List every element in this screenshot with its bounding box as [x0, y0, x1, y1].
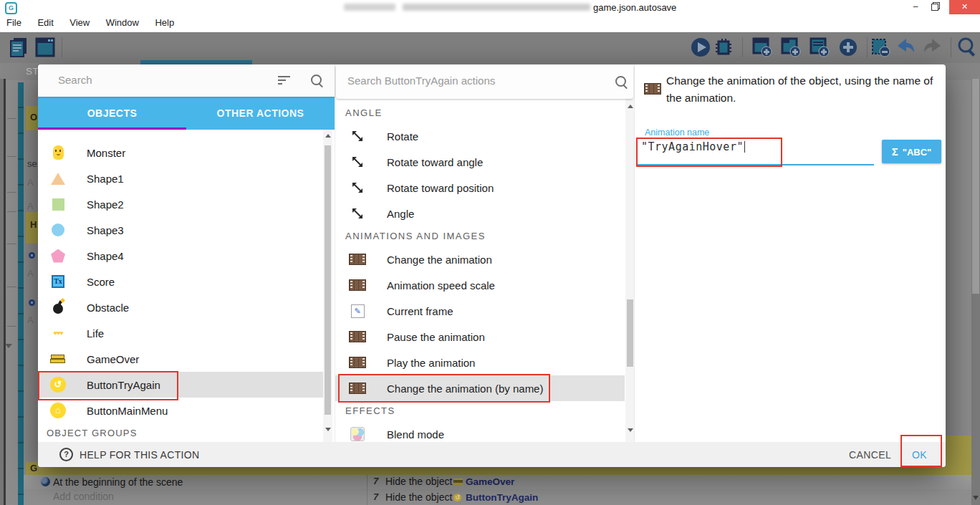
condition-action-divider	[367, 475, 368, 505]
project-manager-icon[interactable]	[9, 37, 30, 58]
animation-name-input[interactable]: "TryAgainHover"	[641, 140, 745, 153]
add-icon[interactable]	[837, 37, 859, 58]
close-button[interactable]: ✕	[949, 0, 980, 14]
delete-icon[interactable]	[870, 37, 891, 58]
dialog-tabs: OBJECTS OTHER ACTIONS	[38, 97, 335, 130]
tree-tick	[7, 211, 16, 212]
object-row-buttontryagain[interactable]: ↺ButtonTryAgain	[38, 372, 323, 398]
add-subevent-icon[interactable]	[780, 37, 802, 58]
film-icon	[349, 331, 366, 342]
menu-file[interactable]: File	[0, 14, 28, 32]
toolbar-separator	[62, 37, 62, 57]
object-row-life[interactable]: ♥♥♥Life	[38, 320, 323, 346]
scroll-down-arrow[interactable]	[628, 428, 633, 432]
action-row-change-animation[interactable]: Change the animation	[335, 246, 625, 272]
redo-icon[interactable]	[922, 37, 943, 58]
section-header-effects: EFFECTS	[335, 401, 635, 421]
event-text-fragment: A	[27, 268, 34, 279]
action-text: Hide the object	[385, 476, 452, 487]
restore-button[interactable]	[926, 0, 943, 14]
gameover-object-icon	[453, 478, 463, 485]
action-object-name: GameOver	[466, 476, 514, 487]
object-search-field[interactable]: Search	[38, 64, 335, 97]
action-row-animation-speed[interactable]: Animation speed scale	[335, 272, 625, 298]
action-row-current-frame[interactable]: ✎Current frame	[335, 298, 625, 324]
action-row-angle[interactable]: Angle	[335, 201, 625, 226]
action-row-rotate-toward-angle[interactable]: Rotate toward angle	[335, 149, 625, 175]
scroll-up-arrow[interactable]	[325, 134, 331, 138]
menu-edit[interactable]: Edit	[31, 14, 59, 32]
gameover-icon	[49, 350, 67, 367]
object-row-obstacle[interactable]: Obstacle	[38, 294, 323, 320]
object-row-gameover[interactable]: GameOver	[38, 346, 323, 372]
scroll-down-arrow[interactable]	[973, 496, 979, 500]
retry-button-icon: ↺	[49, 376, 67, 393]
debug-icon[interactable]	[713, 37, 734, 58]
add-condition-link: Add condition	[53, 491, 114, 502]
menu-window[interactable]: Window	[100, 14, 145, 32]
scroll-down-arrow[interactable]	[325, 428, 331, 431]
tree-tick	[7, 244, 16, 244]
events-panel-border	[4, 79, 6, 505]
action-row-play-animation[interactable]: Play the animation	[335, 350, 625, 375]
action-row-rotate-toward-position[interactable]: Rotate toward position	[335, 175, 625, 201]
expression-editor-button[interactable]: Σ"ABC"	[882, 140, 941, 163]
scene-window-icon[interactable]	[34, 37, 56, 58]
home-button-icon: ⌂	[49, 402, 67, 419]
menu-help[interactable]: Help	[148, 14, 181, 32]
play-icon[interactable]	[690, 37, 711, 58]
add-event-icon[interactable]	[751, 37, 773, 58]
objects-panel: Search OBJECTS OTHER ACTIONS Monster Sha…	[38, 64, 335, 442]
object-search-placeholder: Search	[58, 74, 92, 86]
objects-scrollbar-thumb[interactable]	[325, 145, 331, 415]
object-row-shape4[interactable]: Shape4	[38, 243, 323, 269]
scroll-up-arrow[interactable]	[628, 105, 633, 108]
rotate-icon	[349, 155, 366, 169]
action-search-field[interactable]: Search ButtonTryAgain actions	[336, 64, 633, 99]
object-row-buttonmainmenu[interactable]: ⌂ButtonMainMenu	[38, 398, 323, 423]
tree-tick	[7, 326, 16, 327]
action-row-pause-animation[interactable]: Pause the animation	[335, 324, 625, 350]
action-row-rotate[interactable]: Rotate	[335, 123, 625, 149]
event-text-fragment: A	[27, 201, 34, 211]
tree-collapse-caret[interactable]	[5, 344, 12, 348]
tab-other-actions[interactable]: OTHER ACTIONS	[186, 97, 335, 130]
actions-scrollbar-thumb[interactable]	[627, 299, 633, 367]
object-row-shape1[interactable]: Shape1	[38, 165, 323, 191]
event-text-fragment: A	[27, 314, 34, 325]
object-row-shape3[interactable]: Shape3	[38, 217, 323, 243]
section-header-angle: ANGLE	[335, 103, 635, 123]
action-search-placeholder: Search ButtonTryAgain actions	[347, 74, 495, 87]
ok-button[interactable]: OK	[912, 449, 927, 461]
bomb-icon	[49, 299, 67, 316]
action-row-blend-mode[interactable]: Blend mode	[335, 421, 625, 442]
minimize-button[interactable]: –	[907, 0, 924, 14]
title-bar: G game.json.autosave – ✕	[0, 0, 980, 14]
events-scrollbar-thumb[interactable]	[972, 79, 979, 294]
action-row-change-animation-by-name[interactable]: Change the animation (by name)	[335, 375, 625, 401]
object-row-shape2[interactable]: Shape2	[38, 191, 323, 217]
objects-scrollbar[interactable]	[323, 130, 332, 442]
help-link[interactable]: HELP FOR THIS ACTION	[80, 449, 199, 461]
behavior-icon	[29, 299, 35, 306]
circle-icon	[49, 221, 67, 239]
blend-mode-icon	[349, 427, 366, 441]
object-row-monster[interactable]: Monster	[38, 140, 323, 165]
search-icon	[615, 76, 626, 87]
triangle-icon	[49, 170, 67, 187]
scene-begin-icon	[41, 477, 50, 486]
cancel-button[interactable]: CANCEL	[849, 449, 891, 461]
tab-objects[interactable]: OBJECTS	[38, 97, 186, 130]
help-icon: ?	[59, 448, 73, 461]
undo-icon[interactable]	[895, 37, 916, 58]
add-comment-icon[interactable]	[809, 37, 830, 58]
object-row-score[interactable]: TxScore	[38, 269, 323, 294]
search-toolbar-icon[interactable]	[956, 37, 978, 58]
hearts-icon: ♥♥♥	[49, 324, 67, 342]
menu-bar: File Edit View Window Help	[0, 14, 980, 32]
menu-view[interactable]: View	[63, 14, 96, 32]
event-text-fragment: A	[27, 177, 34, 188]
filter-icon[interactable]	[278, 76, 291, 85]
tree-tick	[7, 156, 16, 157]
behavior-icon	[29, 252, 35, 259]
